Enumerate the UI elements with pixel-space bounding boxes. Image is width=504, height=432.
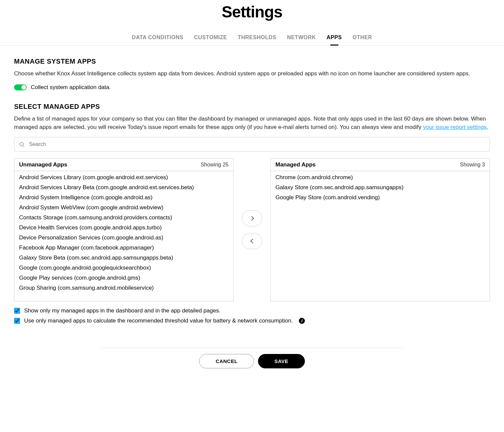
- collect-system-data-toggle[interactable]: [14, 84, 27, 90]
- manage-system-apps-heading: MANAGE SYSTEM APPS: [14, 58, 490, 65]
- search-icon: [19, 141, 25, 147]
- list-item[interactable]: Group Sharing (com.samsung.android.mobil…: [14, 283, 233, 293]
- move-right-button[interactable]: [242, 210, 262, 226]
- list-item[interactable]: Android Services Library Beta (com.googl…: [14, 183, 233, 193]
- show-only-managed-label: Show only my managed apps in the dashboa…: [24, 307, 221, 314]
- unmanaged-apps-count: Showing 25: [200, 162, 229, 168]
- list-item[interactable]: Device Health Services (com.google.andro…: [14, 223, 233, 233]
- tabs-bar: DATA CONDITIONSCUSTOMIZETHRESHOLDSNETWOR…: [0, 31, 504, 46]
- svg-line-1: [23, 145, 24, 146]
- list-item[interactable]: Android System WebView (com.google.andro…: [14, 203, 233, 213]
- managed-apps-count: Showing 3: [460, 162, 485, 168]
- cancel-button[interactable]: CANCEL: [199, 354, 254, 368]
- show-only-managed-checkbox[interactable]: [14, 308, 20, 314]
- unmanaged-apps-title: Unmanaged Apps: [19, 161, 67, 168]
- move-left-button[interactable]: [242, 233, 262, 249]
- list-item[interactable]: Chrome (com.android.chrome): [271, 172, 490, 183]
- manage-system-apps-description: Choose whether Knox Asset Intelligence c…: [14, 69, 490, 78]
- page-title: Settings: [0, 0, 504, 31]
- svg-point-0: [20, 142, 23, 146]
- list-item[interactable]: Android System Intelligence (com.google.…: [14, 193, 233, 203]
- info-icon[interactable]: i: [299, 318, 305, 324]
- tab-thresholds[interactable]: THRESHOLDS: [238, 31, 276, 45]
- chevron-right-icon: [249, 216, 254, 221]
- select-managed-apps-description: Define a list of managed apps for your c…: [14, 115, 490, 132]
- select-managed-apps-heading: SELECT MANAGED APPS: [14, 103, 490, 111]
- managed-apps-title: Managed Apps: [275, 161, 316, 168]
- list-item[interactable]: Contacts Storage (com.samsung.android.pr…: [14, 213, 233, 223]
- description-text: Define a list of managed apps for your c…: [14, 116, 486, 131]
- save-button[interactable]: SAVE: [258, 354, 305, 368]
- tab-data-conditions[interactable]: DATA CONDITIONS: [132, 31, 183, 45]
- tab-network[interactable]: NETWORK: [287, 31, 316, 45]
- list-item[interactable]: Google Play services (com.google.android…: [14, 273, 233, 283]
- tab-customize[interactable]: CUSTOMIZE: [194, 31, 227, 45]
- list-item[interactable]: Facebook App Manager (com.facebook.appma…: [14, 243, 233, 253]
- managed-apps-list: Chrome (com.android.chrome)Galaxy Store …: [271, 171, 490, 301]
- list-item[interactable]: Android Services Library (com.google.and…: [14, 172, 233, 183]
- list-item[interactable]: Device Personalization Services (com.goo…: [14, 233, 233, 243]
- list-item[interactable]: Galaxy Store (com.sec.android.app.samsun…: [271, 183, 490, 193]
- tab-other[interactable]: OTHER: [352, 31, 372, 45]
- list-item[interactable]: Google Play Store (com.android.vending): [271, 193, 490, 203]
- unmanaged-apps-list: Android Services Library (com.google.and…: [14, 171, 233, 301]
- managed-apps-panel: Managed Apps Showing 3 Chrome (com.andro…: [270, 158, 490, 301]
- use-only-managed-checkbox[interactable]: [14, 318, 20, 324]
- tab-apps[interactable]: APPS: [327, 31, 342, 45]
- use-only-managed-label: Use only managed apps to calculate the r…: [24, 317, 293, 324]
- description-suffix: .: [487, 124, 488, 130]
- collect-system-data-label: Collect system application data.: [31, 84, 111, 91]
- search-input[interactable]: [14, 137, 490, 152]
- issue-report-settings-link[interactable]: your issue report settings: [423, 124, 487, 130]
- list-item[interactable]: Galaxy Store Beta (com.sec.android.app.s…: [14, 253, 233, 263]
- chevron-left-icon: [250, 239, 255, 243]
- unmanaged-apps-panel: Unmanaged Apps Showing 25 Android Servic…: [14, 158, 234, 301]
- list-item[interactable]: Google (com.google.android.googlequickse…: [14, 263, 233, 273]
